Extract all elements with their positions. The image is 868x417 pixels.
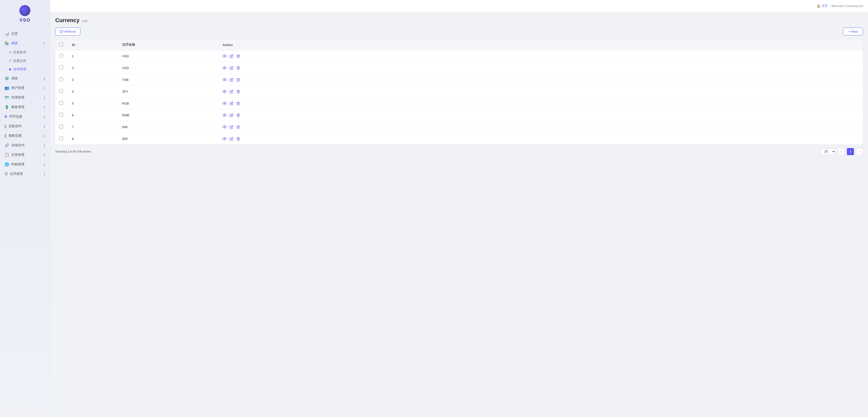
table-row: 6 RMB: [55, 109, 863, 121]
row-id: 4: [68, 86, 118, 97]
action-icons: [222, 113, 859, 117]
sidebar-item-merchant[interactable]: 🏪 商家 ▼: [0, 38, 50, 48]
view-icon[interactable]: [222, 137, 226, 141]
table-footer: Showing 1 to 8 of 8 entries 10 20 50 100…: [55, 145, 863, 155]
delete-icon[interactable]: [236, 125, 240, 129]
svg-point-0: [224, 56, 225, 57]
delete-icon[interactable]: [236, 90, 240, 93]
current-page-number[interactable]: 1: [847, 148, 854, 155]
delete-icon[interactable]: [236, 66, 240, 70]
sidebar-item-user-management[interactable]: 👥 用户管理 ❮: [0, 83, 50, 93]
sidebar-item-currency-management-2[interactable]: ☰ 法币管理 ❮: [0, 169, 50, 179]
row-name: THB: [118, 74, 218, 86]
view-icon[interactable]: [222, 125, 226, 129]
sidebar-item-transaction-publish[interactable]: 交易发布: [0, 48, 50, 57]
sidebar-item-contract-split[interactable]: ₿ 交割合约 ❮: [0, 121, 50, 131]
row-id: 7: [68, 121, 118, 133]
row-checkbox[interactable]: [59, 66, 63, 69]
sort-asc-icon: ↑: [76, 43, 78, 46]
header-checkbox-cell: [55, 39, 68, 50]
edit-icon[interactable]: [229, 101, 233, 105]
edit-icon[interactable]: [229, 66, 233, 70]
options-icon: ₿: [4, 134, 6, 138]
breadcrumb-home[interactable]: 🏠 主页: [817, 4, 828, 8]
sidebar-item-currency-management[interactable]: 法币管理: [0, 65, 50, 73]
sidebar-item-perpetual-contract[interactable]: 🔗 永续合约 ❮: [0, 141, 50, 150]
view-icon[interactable]: [222, 78, 226, 82]
next-page-button[interactable]: ›: [856, 148, 863, 155]
sidebar-item-transaction-record[interactable]: 交易记录: [0, 57, 50, 65]
delete-icon[interactable]: [236, 78, 240, 82]
row-checkbox-cell: [55, 133, 68, 145]
view-icon[interactable]: [222, 66, 226, 70]
breadcrumb: 🏠 主页 / Merchant-Currency-List: [817, 4, 863, 8]
sidebar-item-home[interactable]: 📊 主页: [0, 29, 50, 38]
row-checkbox[interactable]: [59, 54, 63, 58]
row-checkbox[interactable]: [59, 101, 63, 105]
sidebar-item-crypto-trading[interactable]: B 币币交易 ❮: [0, 112, 50, 121]
sidebar-item-system[interactable]: ⚙️ 系统 ❮: [0, 73, 50, 83]
sidebar-sub-label: 交易发布: [13, 50, 26, 55]
view-icon[interactable]: [222, 101, 226, 105]
sidebar-item-agent-management[interactable]: 🪪 代理管理 ❮: [0, 93, 50, 102]
action-icons: [222, 78, 859, 82]
delete-icon[interactable]: [236, 101, 240, 105]
row-action: [218, 62, 863, 74]
row-checkbox[interactable]: [59, 78, 63, 81]
sidebar-item-article-management[interactable]: 📋 文章管理 ❮: [0, 150, 50, 159]
row-checkbox[interactable]: [59, 89, 63, 93]
topbar: 🏠 主页 / Merchant-Currency-List: [50, 0, 868, 12]
row-action: [218, 109, 863, 121]
view-icon[interactable]: [222, 113, 226, 117]
select-all-checkbox[interactable]: [59, 42, 63, 46]
prev-page-button[interactable]: ‹: [838, 148, 845, 155]
menu-icon: ☰: [4, 172, 8, 176]
sidebar-item-subscription-management[interactable]: 🌐 申购管理 ❮: [0, 159, 50, 169]
chevron-right-icon: ❮: [43, 106, 45, 109]
breadcrumb-separator: /: [829, 4, 830, 8]
showing-total: 8: [80, 150, 81, 153]
action-icons: [222, 101, 859, 105]
row-checkbox-cell: [55, 109, 68, 121]
dot-icon: [9, 51, 11, 53]
delete-icon[interactable]: [236, 137, 240, 141]
table-row: 2 USD: [55, 62, 863, 74]
row-checkbox[interactable]: [59, 137, 63, 140]
row-checkbox-cell: [55, 121, 68, 133]
sidebar-item-finance-management[interactable]: 💲 财务管理 ❮: [0, 102, 50, 112]
chevron-down-icon: ▼: [43, 42, 45, 45]
delete-icon[interactable]: [236, 113, 240, 117]
table: ID ↑ 法币名称 Action: [55, 39, 863, 145]
new-button[interactable]: + New: [843, 28, 863, 35]
edit-icon[interactable]: [229, 125, 233, 129]
dot-icon: [9, 60, 11, 62]
edit-icon[interactable]: [229, 78, 233, 82]
showing-prefix: Showing: [55, 150, 68, 153]
sidebar: VSO 📊 主页 🏪 商家 ▼ 交易发布 交易记录 法币管理 ⚙️ 系统 ❮ 👥…: [0, 0, 50, 417]
refresh-button[interactable]: Refresh: [55, 28, 81, 35]
row-name: USD: [118, 62, 218, 74]
edit-icon[interactable]: [229, 137, 233, 141]
row-name: INR: [118, 121, 218, 133]
view-icon[interactable]: [222, 54, 226, 58]
edit-icon[interactable]: [229, 113, 233, 117]
chevron-right-icon: ❮: [43, 77, 45, 80]
page-size-select[interactable]: 10 20 50 100: [821, 148, 836, 155]
header-id[interactable]: ID ↑: [68, 39, 118, 50]
row-checkbox[interactable]: [59, 125, 63, 128]
delete-icon[interactable]: [236, 54, 240, 58]
chevron-right-icon: ❮: [43, 173, 45, 175]
logo-icon: [19, 5, 30, 16]
table-header: ID ↑ 法币名称 Action: [55, 39, 863, 50]
edit-icon[interactable]: [229, 54, 233, 58]
view-icon[interactable]: [222, 89, 226, 93]
sidebar-item-label: 主页: [11, 31, 18, 36]
row-checkbox[interactable]: [59, 113, 63, 117]
breadcrumb-home-label: 主页: [822, 4, 828, 8]
row-action: [218, 133, 863, 145]
sidebar-item-options-trading[interactable]: ₿ 期权交易 ❮: [0, 131, 50, 141]
edit-icon[interactable]: [229, 90, 233, 93]
svg-point-5: [224, 115, 225, 116]
chevron-right-icon: ❮: [43, 125, 45, 128]
logo: VSO: [19, 5, 30, 23]
